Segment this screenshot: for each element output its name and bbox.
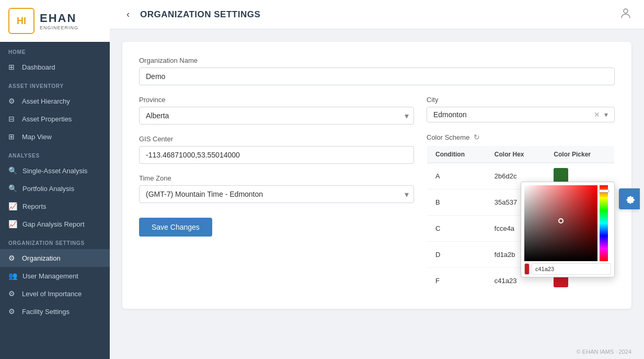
logo-sub: ENGINEERING [40,25,78,30]
gear-fab-button[interactable] [619,188,640,209]
sidebar-logo: HI EHAN ENGINEERING [0,0,110,42]
refresh-icon[interactable]: ↻ [474,133,480,141]
sidebar-item-asset-properties[interactable]: ⊟ Asset Properties [0,110,110,128]
gap-analysis-icon: 📈 [8,220,17,228]
header: ‹ ORGANIZATION SETTINGS [110,0,644,29]
color-hex-input[interactable] [532,263,611,275]
sidebar-label-gap-analysis: Gap Analysis Report [22,220,85,228]
sidebar-item-gap-analysis[interactable]: 📈 Gap Analysis Report [0,215,110,233]
portfolio-icon: 🔍 [8,184,17,193]
col-picker: Color Picker [545,146,614,163]
user-icon[interactable] [620,7,631,21]
svg-point-0 [624,9,628,13]
properties-icon: ⊟ [8,115,17,123]
sidebar-item-facility-settings[interactable]: ⚙ Facility Settings [0,302,110,320]
sidebar-label-asset-hierarchy: Asset Hierarchy [22,97,70,105]
color-gradient-area[interactable] [524,185,597,261]
sidebar-item-dashboard[interactable]: ⊞ Dashboard [0,58,110,76]
province-select-wrap: Alberta British Columbia Ontario ▾ [139,107,414,125]
timezone-label: Time Zone [139,174,414,182]
sidebar-label-organization: Organization [22,254,61,262]
importance-icon: ⚙ [8,289,17,298]
sidebar-item-user-management[interactable]: 👥 User Management [0,267,110,285]
condition-cell: D [427,242,486,268]
home-icon: ⊞ [8,63,17,71]
city-input-wrap: ✕ ▾ [427,107,615,122]
sidebar-item-asset-hierarchy[interactable]: ⚙ Asset Hierarchy [0,92,110,110]
city-clear-icon[interactable]: ✕ [592,109,602,120]
city-label: City [427,96,615,104]
condition-cell: F [427,268,486,294]
timezone-select[interactable]: (GMT-7) Mountain Time - Edmonton (GMT-8)… [139,185,414,203]
condition-cell: C [427,216,486,242]
sidebar-section-org-settings: ORGANIZATION SETTINGS ⚙ Organization 👥 U… [0,233,110,320]
header-left: ‹ ORGANIZATION SETTINGS [122,7,260,22]
condition-cell: B [427,189,486,216]
color-scheme-label: Color Scheme [427,133,469,141]
province-city-fields: Province Alberta British Columbia Ontari… [139,96,414,125]
province-group: Province Alberta British Columbia Ontari… [139,96,414,125]
timezone-select-wrap: (GMT-7) Mountain Time - Edmonton (GMT-8)… [139,185,414,203]
col-hex: Color Hex [486,146,546,163]
city-dropdown-icon[interactable]: ▾ [602,109,610,120]
section-label-home: HOME [0,42,110,58]
logo-brand: EHAN [40,12,78,25]
sidebar-item-organization[interactable]: ⚙ Organization [0,249,110,267]
color-spectrum-bar[interactable] [600,185,608,261]
facility-icon: ⚙ [8,307,17,316]
back-button[interactable]: ‹ [122,7,134,22]
main-content: ‹ ORGANIZATION SETTINGS Organization Nam… [110,0,644,359]
settings-card: Organization Name Province Alberta Briti… [122,42,631,309]
reports-icon: 📈 [8,202,17,210]
city-input[interactable] [433,110,592,119]
color-picker-popup[interactable] [521,182,615,277]
spectrum-thumb[interactable] [599,189,609,193]
sidebar-item-level-importance[interactable]: ⚙ Level of Importance [0,285,110,302]
province-label: Province [139,96,414,104]
section-label-analyses: ANALYSES [0,145,110,162]
org-name-group: Organization Name [139,57,615,85]
color-swatch-a[interactable] [554,168,568,183]
color-picker-dot[interactable] [558,218,564,223]
sidebar-item-single-asset[interactable]: 🔍 Single-Asset Analysis [0,162,110,180]
users-icon: 👥 [8,272,17,280]
col-condition: Condition [427,146,486,163]
timezone-group: Time Zone (GMT-7) Mountain Time - Edmont… [139,174,414,203]
province-select[interactable]: Alberta British Columbia Ontario [139,107,414,125]
section-label-org: ORGANIZATION SETTINGS [0,233,110,249]
gis-center-label: GIS Center [139,135,414,143]
sidebar-label-facility-settings: Facility Settings [22,308,70,316]
section-label-asset: ASSET INVENTORY [0,76,110,92]
logo-text: EHAN ENGINEERING [40,12,78,30]
content-area: Organization Name Province Alberta Briti… [110,29,644,344]
hierarchy-icon: ⚙ [8,97,17,105]
save-button[interactable]: Save Changes [139,218,212,237]
org-name-input[interactable] [139,68,615,85]
sidebar-section-analyses: ANALYSES 🔍 Single-Asset Analysis 🔍 Portf… [0,145,110,233]
sidebar-label-dashboard: Dashboard [22,63,55,71]
page-title: ORGANIZATION SETTINGS [140,9,260,20]
sidebar-label-portfolio: Portfolio Analysis [22,185,74,193]
sidebar-item-reports[interactable]: 📈 Reports [0,197,110,215]
sidebar-label-single-asset: Single-Asset Analysis [22,167,87,175]
condition-cell: A [427,163,486,189]
org-icon: ⚙ [8,254,17,262]
footer-copyright: © EHAN IAMS · 2024 [577,349,631,355]
footer: © EHAN IAMS · 2024 [110,344,644,359]
color-preview-swatch [524,263,530,275]
search-icon: 🔍 [8,166,17,175]
sidebar-item-portfolio[interactable]: 🔍 Portfolio Analysis [0,180,110,197]
logo-icon: HI [8,8,34,34]
color-picker-inputs-row [521,261,614,277]
sidebar-label-asset-properties: Asset Properties [22,115,72,123]
gis-center-group: GIS Center [139,135,414,164]
sidebar-label-level-importance: Level of Importance [22,290,82,298]
sidebar-label-map-view: Map View [22,133,52,141]
sidebar-label-reports: Reports [22,203,47,210]
gis-center-input[interactable] [139,146,414,164]
sidebar: HI EHAN ENGINEERING HOME ⊞ Dashboard ASS… [0,0,110,359]
color-scheme-header: Color Scheme ↻ [427,133,615,141]
sidebar-item-map-view[interactable]: ⊞ Map View [0,128,110,145]
sidebar-label-user-management: User Management [22,272,78,280]
map-icon: ⊞ [8,132,17,141]
